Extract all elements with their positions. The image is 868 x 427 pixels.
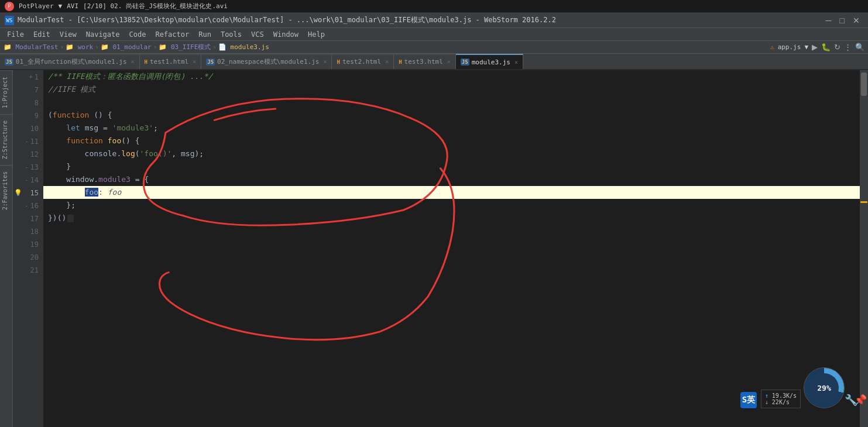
fold-16[interactable]: - <box>25 199 29 212</box>
scroll-mark-1 <box>860 201 867 203</box>
menu-code[interactable]: Code <box>125 29 151 40</box>
potplayer-label[interactable]: PotPlayer <box>19 2 54 10</box>
tab-icon-html: H <box>145 59 147 65</box>
tab-test3html[interactable]: H test3.html × <box>394 54 456 69</box>
bc-module3js[interactable]: 📄 module3.js <box>218 43 269 51</box>
run-button[interactable]: ▶ <box>812 43 818 51</box>
pin-icon[interactable]: 📌 <box>854 394 867 406</box>
line-7: 7 <box>13 84 43 97</box>
bc-work[interactable]: 📁 work <box>66 43 93 51</box>
code-line-7: //IIFE 模式 <box>43 83 860 96</box>
code-line-20 <box>43 250 860 263</box>
bc-01modular[interactable]: 📁 01_modular <box>101 43 152 51</box>
tab-test1html[interactable]: H test1.html × <box>140 54 202 69</box>
tab-icon-js: JS <box>5 58 13 66</box>
potplayer-dropdown[interactable]: ▼ <box>59 2 63 10</box>
tab-module1-global[interactable]: JS 01_全局function模式\module1.js × <box>0 54 140 69</box>
menu-window[interactable]: Window <box>269 29 303 40</box>
run-target-dropdown[interactable]: ▼ <box>804 43 808 51</box>
tab-close-3[interactable]: × <box>323 58 327 65</box>
code-line-8 <box>43 96 860 109</box>
side-panel-structure[interactable]: Z:Structure <box>0 114 12 165</box>
run-target-label: ⚠ <box>770 43 774 51</box>
line-16: - 16 <box>13 199 43 212</box>
side-panel-project[interactable]: 1:Project <box>0 70 12 114</box>
menu-help[interactable]: Help <box>303 29 330 40</box>
sogou-input-icon[interactable]: S英 <box>740 392 757 408</box>
potplayer-episode: [2/10] 02. 尚硅谷_JS模块化_模块进化史.avi <box>83 2 228 11</box>
reload-button[interactable]: ↻ <box>834 43 840 51</box>
network-stats-panel: ↑ 19.3K/s ↓ 22K/s <box>761 390 801 408</box>
ws-breadcrumb: 📁 ModularTest › 📁 work › 📁 01_modular › … <box>0 41 868 54</box>
line-1: + 1 <box>13 71 43 84</box>
code-line-17: })() <box>43 212 860 225</box>
upload-speed: ↑ 19.3K/s <box>765 392 797 399</box>
line-19: 19 <box>13 238 43 251</box>
line-12: 12 <box>13 148 43 161</box>
code-line-14: window.module3 = { <box>43 173 860 186</box>
tab-close-1[interactable]: × <box>131 58 135 65</box>
potplayer-bar: P PotPlayer ▼ AVI [2/10] 02. 尚硅谷_JS模块化_模… <box>0 0 868 13</box>
bc-03iife[interactable]: 📁 03_IIFE模式 <box>159 43 211 51</box>
debug-button[interactable]: 🐛 <box>821 43 831 51</box>
code-line-19 <box>43 237 860 250</box>
tab-icon-html2: H <box>337 59 339 65</box>
code-line-13: } <box>43 160 860 173</box>
menu-refactor[interactable]: Refactor <box>150 29 194 40</box>
ws-window-controls: ─ □ ✕ <box>822 16 863 25</box>
run-target-file[interactable]: app.js <box>778 43 801 51</box>
percent-gauge: 29% <box>804 368 844 408</box>
menu-vcs[interactable]: VCS <box>246 29 269 40</box>
menu-view[interactable]: View <box>55 29 81 40</box>
code-line-10: let msg = 'module3'; <box>43 122 860 135</box>
menu-navigate[interactable]: Navigate <box>81 29 125 40</box>
menu-edit[interactable]: Edit <box>29 29 55 40</box>
menu-file[interactable]: File <box>2 29 29 40</box>
ws-code-content: /** IIFE模式：匿名函数自调用(闭包) ...*/ //IIFE 模式 (… <box>43 70 860 427</box>
potplayer-codec: AVI <box>67 2 78 10</box>
ws-scrollbar[interactable] <box>860 70 868 427</box>
tab-close-4[interactable]: × <box>385 58 389 65</box>
code-line-16: }; <box>43 199 860 212</box>
tab-close-6[interactable]: × <box>514 59 518 66</box>
percent-value: 29% <box>809 373 839 402</box>
more-button[interactable]: ⋮ <box>844 43 852 51</box>
fold-11[interactable]: - <box>25 135 29 148</box>
ws-close-button[interactable]: ✕ <box>849 16 863 25</box>
menu-run[interactable]: Run <box>194 29 216 40</box>
line-17: 17 <box>13 212 43 225</box>
bc-modulartest[interactable]: 📁 ModularTest <box>4 43 58 51</box>
line-18: 18 <box>13 225 43 238</box>
ws-maximize-button[interactable]: □ <box>836 16 848 25</box>
side-panel-favorites[interactable]: 2:Favorites <box>0 165 12 216</box>
scrollbar-thumb[interactable] <box>861 73 867 96</box>
ws-side-panel: 1:Project Z:Structure 2:Favorites <box>0 70 13 427</box>
tab-close-5[interactable]: × <box>447 58 451 65</box>
line-9: 9 <box>13 109 43 122</box>
ws-body: 1:Project Z:Structure 2:Favorites + 1 7 … <box>0 70 868 427</box>
search-everywhere-button[interactable]: 🔍 <box>855 43 864 51</box>
code-line-21 <box>43 263 860 276</box>
code-line-18 <box>43 225 860 237</box>
line-8: 8 <box>13 97 43 109</box>
code-line-15: foo: foo <box>43 186 860 199</box>
menu-tools[interactable]: Tools <box>216 29 246 40</box>
ws-titlebar: WS ModularTest - [C:\Users\13852\Desktop… <box>0 13 868 28</box>
tab-module3js[interactable]: JS module3.js × <box>456 54 523 69</box>
tab-test2html[interactable]: H test2.html × <box>332 54 394 69</box>
line-20: 20 <box>13 251 43 264</box>
ws-minimize-button[interactable]: ─ <box>822 16 835 25</box>
tab-close-2[interactable]: × <box>193 58 196 65</box>
tab-module1-namespace[interactable]: JS 02_namespace模式\module1.js × <box>201 54 332 69</box>
ws-title: ModularTest - [C:\Users\13852\Desktop\mo… <box>18 15 822 25</box>
ws-editor[interactable]: + 1 7 8 9 10 - 11 12 - 13 - 14 <box>13 70 868 427</box>
lightbulb-icon[interactable]: 💡 <box>14 187 22 199</box>
tab-icon-js2: JS <box>206 58 215 66</box>
fold-1[interactable]: + <box>29 71 33 84</box>
fold-13[interactable]: - <box>25 161 29 174</box>
ws-logo: WS <box>5 16 14 25</box>
ws-menubar: File Edit View Navigate Code Refactor Ru… <box>0 28 868 41</box>
fold-14[interactable]: - <box>25 174 29 187</box>
cpu-usage-circle: 29% <box>804 367 845 408</box>
webstorm-window: WS ModularTest - [C:\Users\13852\Desktop… <box>0 13 868 427</box>
